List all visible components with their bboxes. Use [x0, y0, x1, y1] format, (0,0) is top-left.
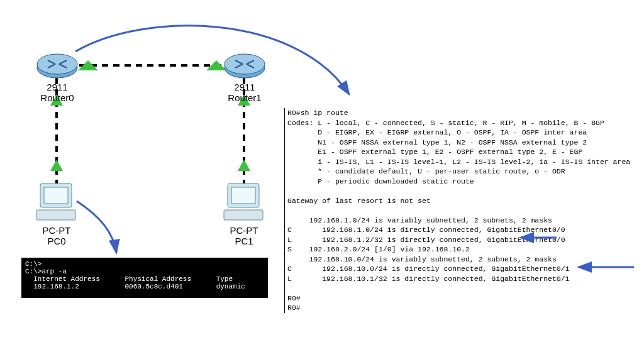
pc0-node[interactable]: PC-PTPC0 [34, 181, 79, 247]
pc0-name: PC0 [47, 236, 65, 246]
pc-icon [34, 181, 79, 224]
svg-rect-26 [224, 210, 263, 220]
pc1-type: PC-PT [230, 225, 258, 236]
svg-marker-3 [78, 60, 98, 70]
router0-cli: R0#sh ip route Codes: L - local, C - con… [284, 108, 640, 313]
router0-node[interactable]: 2911Router0 [35, 49, 79, 104]
router0-model: 2911 [47, 82, 67, 92]
router1-model: 2911 [234, 82, 255, 92]
svg-rect-25 [231, 187, 255, 204]
svg-point-16 [225, 54, 265, 74]
router-icon [35, 49, 79, 80]
svg-marker-6 [50, 160, 63, 171]
pc-icon [221, 181, 267, 224]
pc0-terminal: C:\> C:\>arp -a Internet Address Physica… [21, 258, 268, 298]
router1-name: Router1 [228, 92, 261, 103]
pc1-node[interactable]: PC-PTPC1 [221, 181, 267, 247]
router-icon [223, 49, 267, 80]
router0-name: Router0 [40, 92, 74, 103]
pc1-name: PC1 [235, 236, 253, 246]
pc0-type: PC-PT [43, 225, 71, 236]
svg-marker-8 [238, 160, 250, 171]
svg-point-10 [37, 54, 77, 74]
svg-rect-22 [44, 187, 68, 204]
svg-rect-23 [36, 210, 75, 220]
router1-node[interactable]: 2911Router1 [223, 49, 267, 104]
